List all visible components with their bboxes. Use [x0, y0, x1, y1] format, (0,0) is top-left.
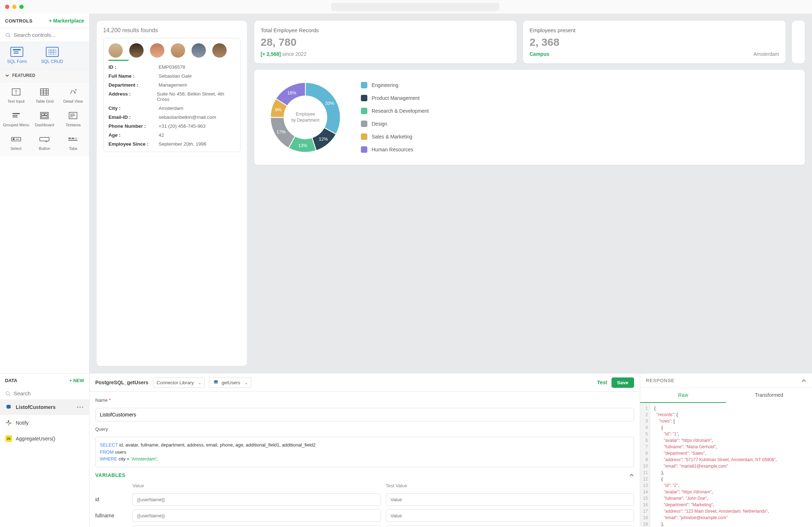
svg-text:33%: 33% [325, 101, 334, 106]
svg-rect-5 [48, 49, 56, 55]
detail-row: Email-ID :sebastianbelkin@mail.com [108, 114, 235, 120]
detail-row: Phone Number :+31 (20) 456-745-963 [108, 123, 235, 129]
svg-text:17%: 17% [277, 130, 286, 135]
control-sql-form[interactable]: SQL Form [7, 47, 27, 64]
data-search[interactable] [0, 387, 89, 399]
avatar[interactable] [192, 43, 206, 58]
legend-item: Design [361, 121, 429, 127]
pg-icon [5, 404, 12, 411]
avatar[interactable] [171, 43, 185, 58]
stat-employees-present: Employees present 2, 368 CampusAmsterdam [523, 21, 786, 63]
data-title: DATA [5, 378, 17, 383]
svg-point-43 [6, 391, 9, 395]
legend-item: Product Management [361, 95, 429, 101]
variables-header[interactable]: VARIABLES [95, 472, 634, 478]
control-icon [39, 135, 50, 143]
test-button[interactable]: Test [597, 380, 607, 385]
connector-select[interactable]: Connector Library [153, 377, 205, 388]
detail-row: Address :Suite No 456, Belkin Street, 4t… [108, 91, 235, 102]
variable-row: id [95, 493, 634, 506]
svg-line-1 [9, 36, 10, 37]
svg-rect-20 [13, 117, 18, 117]
svg-rect-32 [40, 137, 49, 141]
svg-text:16%: 16% [287, 91, 296, 96]
avatar[interactable] [108, 43, 123, 58]
more-icon[interactable]: ••• [77, 404, 84, 410]
control-icon [67, 88, 79, 96]
variable-value-input[interactable] [132, 509, 381, 522]
data-source-item[interactable]: JSAggregateUsers() [0, 431, 89, 447]
legend-item: Research & Development [361, 108, 429, 114]
marketplace-link[interactable]: +Markertplace [49, 18, 84, 24]
avatar[interactable] [212, 43, 227, 58]
variable-test-input[interactable] [386, 493, 634, 506]
controls-search[interactable] [0, 28, 89, 42]
control-table-grid[interactable]: Table Grid [32, 88, 58, 103]
control-tabs[interactable]: Tabs [60, 135, 86, 151]
svg-rect-36 [68, 140, 77, 141]
tab-transformed[interactable]: Transformed [726, 388, 812, 403]
variable-test-input[interactable] [386, 509, 634, 522]
control-textarea[interactable]: Textarea [60, 111, 86, 127]
control-icon [39, 88, 50, 96]
svg-point-0 [6, 33, 9, 36]
control-icon [10, 111, 22, 120]
results-title: 14,200 results founds [103, 27, 241, 34]
window-minimize[interactable] [12, 5, 16, 9]
svg-text:12%: 12% [319, 137, 328, 142]
control-sql-crud[interactable]: SQL CRUD [41, 47, 63, 64]
slack-icon [5, 419, 12, 426]
svg-rect-2 [13, 49, 21, 50]
svg-point-30 [13, 138, 14, 140]
controls-search-input[interactable] [14, 32, 84, 38]
variable-test-input[interactable] [386, 526, 634, 527]
featured-header[interactable]: FEATURED [0, 69, 89, 82]
control-dashboard[interactable]: Dashboard [32, 111, 58, 127]
avatar[interactable] [150, 43, 164, 58]
control-button[interactable]: Button [32, 135, 58, 151]
chevron-down-icon [5, 73, 9, 78]
control-text-input[interactable]: TText Input [3, 88, 29, 103]
name-label: Name * [95, 397, 634, 403]
response-code[interactable]: { "records": { "rows": [ { "id": "1", "a… [651, 403, 780, 527]
avatar[interactable] [129, 43, 144, 58]
tab-raw[interactable]: Raw [640, 388, 726, 403]
response-header[interactable]: RESPONSE [640, 374, 812, 388]
editor-breadcrumb: PostgreSQL_getUsers [95, 380, 149, 385]
data-source-item[interactable]: ListofCustomers••• [0, 399, 89, 415]
postgres-icon [213, 380, 219, 385]
svg-rect-34 [72, 138, 74, 139]
data-search-input[interactable] [14, 390, 84, 396]
legend-item: Engineering [361, 82, 429, 88]
control-detail-view[interactable]: Detail View [60, 88, 86, 103]
svg-rect-47 [6, 422, 8, 423]
action-select[interactable]: getUsers [209, 377, 251, 388]
variable-value-input[interactable] [132, 493, 381, 506]
detail-row: Department :Management [108, 82, 235, 88]
results-card: 14,200 results founds ID :EMP036578Full … [97, 21, 247, 366]
data-source-item[interactable]: Notify [0, 415, 89, 431]
detail-row: ID :EMP036578 [108, 64, 235, 70]
svg-rect-4 [14, 53, 19, 54]
chevron-up-icon [801, 378, 806, 383]
variable-value-input[interactable] [132, 526, 381, 527]
svg-rect-23 [45, 113, 47, 115]
detail-row: Age :42 [108, 132, 235, 138]
control-select[interactable]: Select [3, 135, 29, 151]
name-input[interactable] [95, 408, 634, 421]
control-grouped-menu[interactable]: Grouped Menu [3, 111, 29, 127]
js-icon: JS [5, 435, 12, 442]
detail-row: City :Amsterdam [108, 106, 235, 111]
window-maximize[interactable] [19, 5, 24, 9]
svg-rect-12 [40, 89, 48, 95]
window-close[interactable] [5, 5, 9, 9]
query-editor[interactable]: SELECT id, avatar, fullname, department,… [95, 437, 634, 467]
save-button[interactable]: Save [612, 377, 634, 388]
variable-row: fullname [95, 509, 634, 522]
data-new-button[interactable]: + NEW [69, 378, 84, 383]
search-icon [5, 32, 11, 38]
donut-slice[interactable] [305, 82, 340, 134]
legend-item: Human Resources [361, 146, 429, 153]
svg-rect-48 [8, 423, 9, 426]
top-search-pill[interactable] [331, 3, 499, 11]
